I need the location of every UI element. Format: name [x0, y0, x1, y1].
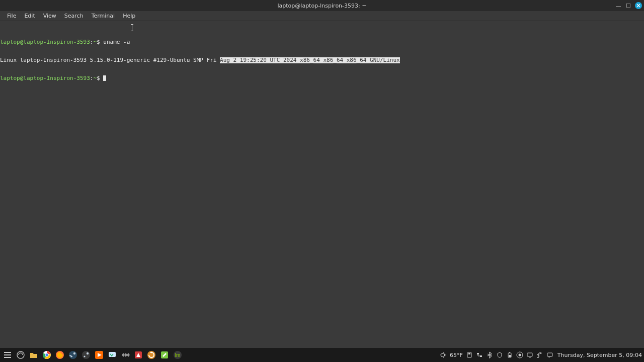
steam-alt-icon[interactable]	[80, 349, 92, 360]
vnc-icon[interactable]	[107, 349, 118, 360]
terminal-line-2: Linux laptop-Inspiron-3593 5.15.0-119-ge…	[0, 57, 644, 63]
output-selected: Aug 2 19:25:20 UTC 2024 x86_64 x86_64 x8…	[220, 57, 400, 63]
svg-rect-36	[509, 352, 510, 353]
titlebar: laptop@laptop-Inspiron-3593: ~ — ☐	[0, 0, 644, 11]
menu-terminal[interactable]: Terminal	[88, 12, 119, 20]
prompt-userhost: laptop@laptop-Inspiron-3593	[0, 39, 90, 45]
prompt-dollar: $	[97, 39, 103, 45]
firefox-icon[interactable]	[54, 349, 65, 360]
terminal-line-3: laptop@laptop-Inspiron-3593:~$	[0, 75, 644, 81]
obs-alt-icon[interactable]	[120, 349, 131, 360]
taskbar: lm 65°F	[0, 348, 644, 362]
media-player-icon[interactable]	[94, 349, 105, 360]
svg-point-14	[84, 355, 85, 357]
maximize-button[interactable]: ☐	[625, 3, 632, 9]
adblock-icon[interactable]	[133, 349, 144, 360]
menu-help[interactable]: Help	[119, 12, 139, 20]
text-cursor-ibeam	[132, 24, 132, 31]
prompt-sep-2: :	[90, 75, 94, 81]
show-desktop-icon[interactable]	[15, 349, 26, 360]
window-title: laptop@laptop-Inspiron-3593: ~	[278, 3, 367, 9]
terminal-line-1: laptop@laptop-Inspiron-3593:~$ uname -a	[0, 39, 644, 45]
prompt-path-2: ~	[93, 75, 97, 81]
prompt-sep: :	[90, 39, 94, 45]
pinned-app-icon[interactable]	[159, 349, 170, 360]
taskbar-launchers: lm	[2, 349, 183, 360]
svg-rect-34	[480, 355, 482, 357]
svg-rect-43	[547, 353, 552, 356]
terminal-cursor	[103, 75, 106, 81]
svg-line-28	[445, 356, 445, 357]
svg-point-6	[45, 353, 48, 356]
svg-point-3	[17, 351, 24, 358]
svg-rect-40	[527, 353, 532, 356]
svg-rect-2	[4, 357, 11, 358]
taskbar-tray: 65°F	[440, 351, 642, 358]
svg-line-29	[441, 356, 442, 357]
svg-point-42	[540, 352, 541, 354]
command-text: uname -a	[103, 39, 130, 45]
minimize-button[interactable]: —	[615, 3, 622, 9]
prompt-dollar-2: $	[97, 75, 103, 81]
menu-search[interactable]: Search	[60, 12, 88, 20]
terminal-area[interactable]: laptop@laptop-Inspiron-3593:~$ uname -a …	[0, 21, 644, 348]
screen-icon[interactable]	[526, 351, 533, 358]
svg-text:lm: lm	[175, 352, 181, 358]
clock-text[interactable]: Thursday, September 5, 09:04	[557, 352, 642, 358]
svg-rect-16	[109, 352, 116, 357]
svg-rect-33	[477, 353, 479, 354]
close-button[interactable]	[635, 2, 642, 9]
svg-rect-0	[4, 352, 11, 353]
prompt-userhost-2: laptop@laptop-Inspiron-3593	[0, 75, 90, 81]
wired-network-icon[interactable]	[476, 351, 483, 358]
svg-line-30	[445, 353, 445, 353]
svg-rect-37	[509, 355, 511, 357]
svg-rect-1	[4, 354, 11, 355]
svg-line-27	[441, 353, 442, 353]
menu-file[interactable]: File	[3, 12, 20, 20]
output-plain: Linux laptop-Inspiron-3593 5.15.0-119-ge…	[0, 57, 220, 63]
update-manager-icon[interactable]	[146, 349, 157, 360]
sound-icon[interactable]	[536, 351, 543, 358]
svg-rect-32	[468, 353, 470, 354]
prompt-path: ~	[93, 39, 97, 45]
menu-icon[interactable]	[2, 349, 13, 360]
power-icon[interactable]	[506, 351, 513, 358]
svg-point-22	[442, 353, 445, 356]
obs-tray-icon[interactable]	[516, 351, 523, 358]
bluetooth-icon[interactable]	[486, 351, 493, 358]
svg-point-9	[73, 352, 75, 354]
svg-point-39	[518, 354, 521, 356]
menu-view[interactable]: View	[39, 12, 60, 20]
svg-point-12	[82, 351, 90, 359]
menu-edit[interactable]: Edit	[20, 12, 39, 20]
notifications-icon[interactable]	[546, 351, 553, 358]
files-icon[interactable]	[28, 349, 39, 360]
mint-menu-icon[interactable]: lm	[172, 349, 183, 360]
menubar: File Edit View Search Terminal Help	[0, 11, 644, 21]
weather-icon[interactable]	[440, 351, 447, 358]
chrome-icon[interactable]	[41, 349, 52, 360]
weather-text[interactable]: 65°F	[450, 352, 463, 358]
svg-point-13	[87, 352, 89, 354]
security-icon[interactable]	[496, 351, 503, 358]
steam-icon[interactable]	[67, 349, 78, 360]
removable-media-icon[interactable]	[466, 351, 473, 358]
svg-rect-41	[529, 357, 531, 357]
